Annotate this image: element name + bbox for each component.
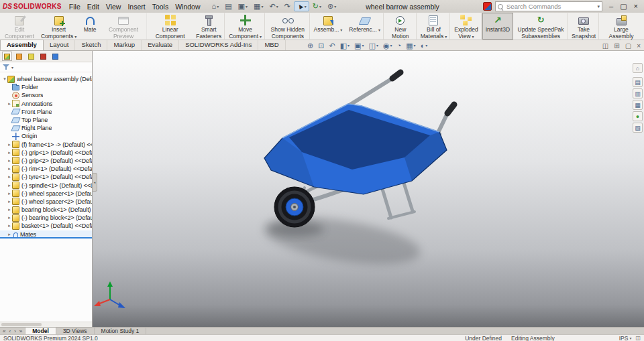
- tab-scroll-icon[interactable]: ›: [13, 328, 17, 334]
- view-palette-icon[interactable]: ▦: [633, 100, 643, 110]
- tree-item[interactable]: ▸ (-) grip<1> (Default) <<Default>: [0, 149, 92, 157]
- ribbon-button[interactable]: Referenc...▾: [345, 13, 384, 40]
- tab-scroll-icon[interactable]: »: [18, 328, 23, 334]
- expander-icon[interactable]: ▸: [7, 215, 12, 220]
- menu-item[interactable]: Insert: [124, 3, 148, 11]
- ribbon-button[interactable]: Move Component▾: [225, 13, 265, 40]
- zoom-to-fit-icon[interactable]: ⊕: [307, 42, 313, 50]
- search-commands[interactable]: ▾: [495, 1, 602, 11]
- search-caret-icon[interactable]: ▾: [598, 4, 600, 9]
- document-tab[interactable]: Model: [25, 328, 56, 334]
- resources-home-icon[interactable]: ⌂: [633, 63, 643, 73]
- tree-item[interactable]: ▸ (-) rim<1> (Default) <<Default>: [0, 165, 92, 173]
- propertymanager-tab-icon[interactable]: [14, 52, 24, 61]
- dropdown-caret-icon[interactable]: ▾: [74, 35, 76, 39]
- wheel[interactable]: [274, 187, 315, 227]
- status-pane-toggle-icon[interactable]: ◫: [635, 335, 641, 341]
- ribbon-button[interactable]: Linear Component Pattern▾: [148, 13, 193, 40]
- edit-appearance-icon[interactable]: ◔: [397, 42, 402, 50]
- tree-item[interactable]: Right Plane: [0, 124, 92, 132]
- ribbon-button[interactable]: Component Preview Window: [100, 13, 147, 40]
- zoom-to-area-icon[interactable]: ⊡: [318, 42, 324, 50]
- maximize-button[interactable]: ▢: [616, 1, 630, 11]
- command-tab[interactable]: Evaluate: [142, 40, 179, 50]
- caret-icon[interactable]: ▾: [347, 42, 350, 50]
- tree-item[interactable]: Folder: [0, 83, 92, 91]
- expander-icon[interactable]: ▸: [7, 142, 12, 147]
- search-input[interactable]: [505, 2, 595, 11]
- configurationmanager-tab-icon[interactable]: [26, 52, 36, 61]
- tab-scroll-icon[interactable]: ‹: [7, 328, 12, 334]
- pane-close-icon[interactable]: ×: [637, 42, 641, 50]
- undo-icon[interactable]: ↶▾: [266, 1, 280, 11]
- tree-item[interactable]: ▸ (-) wheel spacer<1> (Default) <: [0, 190, 92, 198]
- ribbon-button[interactable]: Insert Components▾: [38, 13, 80, 40]
- menu-item[interactable]: Tools: [149, 3, 172, 11]
- tree-item[interactable]: ▸ (-) bearing block<2> (Default) <: [0, 214, 92, 222]
- expander-icon[interactable]: ▸: [7, 191, 12, 196]
- tree-item[interactable]: ▸ (-) grip<2> (Default) <<Default>: [0, 157, 92, 165]
- expander-icon[interactable]: ▸: [7, 158, 12, 163]
- ribbon-button[interactable]: Exploded View▾: [451, 13, 481, 40]
- split-pane-icon[interactable]: ◫: [602, 42, 608, 50]
- view-orientation-icon[interactable]: ▣▾: [354, 42, 364, 50]
- tree-item[interactable]: ▸ basket<1> (Default) <<Default>: [0, 222, 92, 230]
- appearances-icon[interactable]: ●: [633, 111, 643, 121]
- menu-item[interactable]: Window: [172, 3, 203, 11]
- tree-item[interactable]: ▸ Annotations: [0, 100, 92, 108]
- display-style-icon[interactable]: ◫▾: [369, 42, 378, 50]
- document-tab[interactable]: 3D Views: [56, 328, 95, 334]
- tree-item[interactable]: ▸ (-) wheel spacer<2> (Default) <: [0, 198, 92, 206]
- menu-item[interactable]: File: [66, 3, 84, 11]
- caret-icon[interactable]: ▾: [425, 42, 427, 50]
- command-tab[interactable]: Sketch: [75, 40, 107, 50]
- dimxpertmanager-tab-icon[interactable]: [38, 52, 48, 61]
- ribbon-button[interactable]: Smart Fasteners: [193, 13, 225, 40]
- expander-icon[interactable]: ▸: [7, 150, 12, 155]
- dropdown-caret-icon[interactable]: ▾: [340, 28, 342, 32]
- view-settings-icon[interactable]: ◐▾: [421, 42, 428, 50]
- ribbon-button[interactable]: Take Snapshot: [568, 13, 599, 40]
- caret-icon[interactable]: ▾: [390, 42, 392, 50]
- basket[interactable]: [264, 104, 447, 194]
- section-view-icon[interactable]: ◧▾: [340, 42, 350, 50]
- expander-icon[interactable]: ▸: [7, 101, 12, 107]
- expander-icon[interactable]: ▸: [7, 232, 12, 237]
- tree-horizontal-scrollbar[interactable]: [0, 322, 92, 327]
- command-tab[interactable]: SOLIDWORKS Add-Ins: [179, 40, 258, 50]
- pane-maximize-icon[interactable]: ▢: [625, 42, 631, 50]
- tree-item[interactable]: Sensors: [0, 91, 92, 99]
- menu-item[interactable]: View: [103, 3, 125, 11]
- design-library-icon[interactable]: ▤: [222, 1, 234, 11]
- home-icon[interactable]: ⌂▾: [209, 1, 222, 11]
- wheelbarrow-3d-model[interactable]: [93, 51, 644, 327]
- custom-properties-icon[interactable]: ▧: [633, 123, 643, 133]
- tree-item[interactable]: ▾ wheel barrow assembly (Default) <D: [0, 75, 92, 83]
- ribbon-button[interactable]: Edit Component: [1, 13, 38, 40]
- redo-icon[interactable]: ↷: [282, 1, 293, 11]
- expander-icon[interactable]: ▸: [7, 174, 12, 180]
- command-tab[interactable]: Markup: [107, 40, 142, 50]
- displaymanager-tab-icon[interactable]: [50, 52, 60, 61]
- expander-icon[interactable]: ▸: [7, 207, 12, 212]
- dropdown-caret-icon[interactable]: ▾: [378, 28, 380, 32]
- rebuild-icon[interactable]: ↻▾: [310, 1, 324, 11]
- ribbon-button[interactable]: New Motion Study: [384, 13, 417, 40]
- ribbon-button[interactable]: Large Assembly Settings▾: [600, 13, 643, 40]
- previous-view-icon[interactable]: ↶: [329, 42, 335, 50]
- tree-item[interactable]: ▸ bearing block<1> (Default) <<D: [0, 206, 92, 214]
- filter-caret-icon[interactable]: ▾: [11, 65, 13, 70]
- quad-pane-icon[interactable]: ⊞: [614, 42, 619, 50]
- ribbon-button[interactable]: Show Hidden Components: [266, 13, 309, 40]
- print-icon[interactable]: ▦▾: [251, 1, 266, 11]
- graphics-viewport[interactable]: ⌂▤▥▦●▧: [93, 51, 644, 327]
- tree-item[interactable]: ▸ (f) frame<1> -> (Default) <<Defa: [0, 141, 92, 149]
- command-tab[interactable]: Layout: [44, 40, 76, 50]
- command-tab[interactable]: MBD: [258, 40, 285, 50]
- unit-system-selector[interactable]: IPS▾: [619, 335, 632, 341]
- hide-show-items-icon[interactable]: ◉▾: [383, 42, 392, 50]
- apply-scene-icon[interactable]: ▦▾: [406, 42, 415, 50]
- dropdown-caret-icon[interactable]: ▾: [472, 35, 474, 39]
- ribbon-button[interactable]: Instant3D: [482, 13, 513, 40]
- close-button[interactable]: ×: [631, 1, 641, 11]
